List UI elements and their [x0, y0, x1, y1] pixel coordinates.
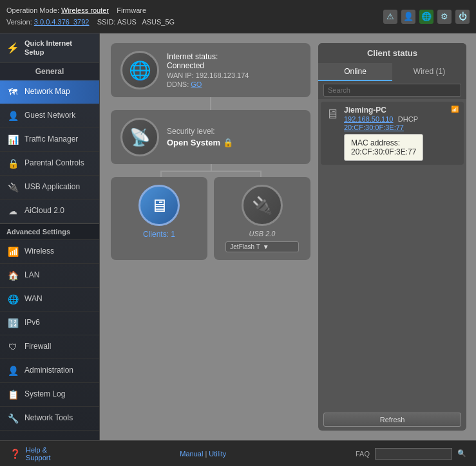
- content-area: 🌐 Internet status: Connected WAN IP: 192…: [100, 33, 476, 440]
- internet-status: Internet status: Connected: [167, 52, 301, 70]
- internet-status-label: Internet status:: [167, 52, 218, 61]
- refresh-button[interactable]: Refresh: [323, 413, 461, 427]
- aicloud-icon: ☁: [6, 205, 19, 218]
- client-ip[interactable]: 192.168.50.110: [344, 115, 393, 123]
- client-item: 🖥 Jieming-PC 📶 192.168.50.110 DHCP 20:CF…: [321, 102, 464, 165]
- sidebar-item-label-network-tools: Network Tools: [24, 413, 73, 424]
- sidebar-item-ipv6[interactable]: 🔢 IPv6: [0, 312, 99, 335]
- firmware-label: Firmware: [117, 6, 146, 14]
- sidebar-item-label-network-map: Network Map: [24, 87, 70, 97]
- sidebar-item-network-tools[interactable]: 🔧 Network Tools: [0, 407, 99, 431]
- sidebar-item-label-ipv6: IPv6: [24, 318, 40, 328]
- version-label: Version:: [6, 18, 32, 26]
- client-device-icon: 🖥: [326, 107, 339, 122]
- utility-link[interactable]: Utility: [209, 450, 226, 458]
- footer-right: FAQ 🔍: [356, 448, 466, 460]
- security-value: Open System 🔒: [167, 138, 301, 147]
- client-mac[interactable]: 20:CF:30:0F:3E:77: [344, 124, 459, 131]
- footer-left: ❓ Help & Support: [10, 446, 51, 461]
- client-item-info: Jieming-PC 📶 192.168.50.110 DHCP 20:CF:3…: [344, 106, 459, 161]
- tab-online[interactable]: Online: [318, 63, 392, 81]
- connector-1: [210, 97, 211, 110]
- security-label: Security level:: [167, 127, 301, 136]
- version-value[interactable]: 3.0.0.4.376_3792: [34, 18, 90, 26]
- mac-tooltip: MAC address: 20:CF:30:0F:3E:77: [344, 134, 423, 161]
- sidebar-item-traffic-manager[interactable]: 📊 Traffic Manager: [0, 128, 99, 152]
- client-name: Jieming-PC 📶: [344, 106, 459, 115]
- faq-search-input[interactable]: [375, 448, 452, 460]
- ssid-label: SSID:: [97, 18, 116, 26]
- firewall-icon: 🛡: [6, 340, 19, 353]
- faq-label: FAQ: [356, 450, 370, 458]
- mac-tooltip-label: MAC address:: [351, 138, 416, 147]
- internet-status-value: Connected: [167, 61, 204, 70]
- sidebar-item-parental-controls[interactable]: 🔒 Parental Controls: [0, 152, 99, 176]
- sidebar-item-network-map[interactable]: 🗺 Network Map: [0, 80, 99, 104]
- sidebar-item-label-aicloud: AiCloud 2.0: [24, 206, 64, 216]
- ipv6-icon: 🔢: [6, 317, 19, 330]
- sidebar-item-aicloud[interactable]: ☁ AiCloud 2.0: [0, 200, 99, 223]
- client-ip-row: 192.168.50.110 DHCP: [344, 115, 459, 124]
- client-list: 🖥 Jieming-PC 📶 192.168.50.110 DHCP 20:CF…: [318, 99, 466, 409]
- client-search-input[interactable]: [323, 84, 461, 97]
- sidebar-item-label-guest-network: Guest Network: [24, 111, 75, 121]
- topbar-icons: ⚠ 👤 🌐 ⚙ ⏻: [383, 10, 470, 24]
- ddns-link[interactable]: GO: [191, 80, 202, 88]
- lock-icon: 🔒: [223, 138, 233, 147]
- operation-mode-label: Operation Mode:: [6, 6, 59, 14]
- manual-link[interactable]: Manual: [180, 450, 203, 458]
- quick-setup-label: Quick Internet Setup: [24, 39, 93, 57]
- tab-wired[interactable]: Wired (1): [392, 63, 466, 81]
- client-status-title: Client status: [318, 43, 466, 63]
- sidebar-item-label-wan: WAN: [24, 294, 43, 304]
- usb-application-icon: 🔌: [6, 181, 19, 194]
- sidebar-item-lan[interactable]: 🏠 LAN: [0, 264, 99, 288]
- usb-box[interactable]: 🔌 USB 2.0 JetFlash T ▼: [214, 177, 310, 260]
- left-drop: [160, 171, 162, 177]
- usb-device-dropdown[interactable]: JetFlash T ▼: [225, 241, 298, 252]
- wan-ip: WAN IP: 192.168.123.174: [167, 71, 301, 79]
- sidebar-item-guest-network[interactable]: 👤 Guest Network: [0, 104, 99, 128]
- mac-tooltip-value: 20:CF:30:0F:3E:77: [351, 147, 416, 156]
- ddns: DDNS: GO: [167, 80, 301, 88]
- client-tabs: Online Wired (1): [318, 63, 466, 81]
- sidebar-item-label-system-log: System Log: [24, 389, 65, 400]
- user-icon[interactable]: 👤: [401, 10, 415, 24]
- client-wifi-icon: 📶: [451, 106, 459, 115]
- sidebar-item-firewall[interactable]: 🛡 Firewall: [0, 335, 99, 359]
- quick-internet-setup[interactable]: ⚡ Quick Internet Setup: [0, 33, 99, 63]
- sidebar-item-system-log[interactable]: 📋 System Log: [0, 383, 99, 407]
- topbar-info: Operation Mode: Wireless router Firmware…: [6, 5, 175, 28]
- lan-icon: 🏠: [6, 269, 19, 282]
- sidebar-item-label-administration: Administration: [24, 366, 73, 376]
- footer-links: Manual | Utility: [180, 450, 226, 458]
- wireless-icon: 📶: [6, 245, 19, 258]
- parental-controls-icon: 🔒: [6, 157, 19, 170]
- operation-mode-value: Wireless router: [61, 6, 109, 14]
- help-support-label[interactable]: Help & Support: [26, 446, 51, 461]
- general-section-label: General: [0, 63, 99, 80]
- sidebar-item-label-wireless: Wireless: [24, 247, 54, 257]
- administration-icon: 👤: [6, 364, 19, 377]
- internet-info: Internet status: Connected WAN IP: 192.1…: [167, 52, 301, 88]
- sidebar-item-wireless[interactable]: 📶 Wireless: [0, 240, 99, 264]
- wan-icon: 🌐: [6, 293, 19, 306]
- sidebar-item-wan[interactable]: 🌐 WAN: [0, 288, 99, 312]
- client-refresh-area: Refresh: [323, 413, 461, 427]
- clients-icon: 🖥: [138, 185, 180, 226]
- router-icon: 📡: [120, 118, 159, 156]
- network-map-area: 🌐 Internet status: Connected WAN IP: 192…: [100, 33, 476, 440]
- network-map-icon: 🗺: [6, 86, 19, 98]
- internet-box: 🌐 Internet status: Connected WAN IP: 192…: [111, 43, 310, 97]
- sidebar-item-administration[interactable]: 👤 Administration: [0, 359, 99, 383]
- network-map-diagram: 🌐 Internet status: Connected WAN IP: 192…: [109, 43, 312, 431]
- settings-icon[interactable]: ⚙: [437, 10, 452, 24]
- power-icon[interactable]: ⏻: [455, 10, 470, 24]
- clients-box[interactable]: 🖥 Clients: 1: [111, 177, 207, 260]
- ssid-5g: ASUS_5G: [142, 18, 175, 26]
- sidebar-item-usb-application[interactable]: 🔌 USB Application: [0, 176, 99, 200]
- alert-icon[interactable]: ⚠: [383, 10, 397, 24]
- network-icon[interactable]: 🌐: [419, 10, 433, 24]
- search-icon[interactable]: 🔍: [457, 449, 466, 458]
- sidebar-item-label-usb-application: USB Application: [24, 182, 80, 192]
